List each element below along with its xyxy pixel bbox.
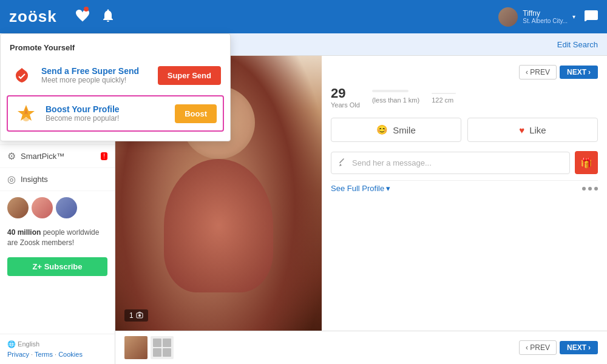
next-button-top[interactable]: NEXT ›: [560, 66, 598, 79]
smile-emoji-icon: 😊: [376, 124, 388, 135]
dot-3: [594, 187, 598, 190]
profile-info-section: ‹ PREV NEXT › 29 Years Old: [322, 56, 607, 331]
top-navigation: zoösk Tiffny St. Alberto City... ▾: [0, 0, 607, 33]
profile-name-blurred: [372, 90, 409, 92]
see-full-label: See Full Profile: [331, 184, 384, 193]
height-stat: 122 cm: [432, 86, 456, 109]
member-avatar-2: [32, 197, 53, 218]
language-selector[interactable]: 🌐 English: [7, 340, 107, 348]
gift-icon: 🎁: [580, 157, 592, 169]
boost-title[interactable]: Boost Your Profile: [46, 104, 168, 114]
smile-button[interactable]: 😊 Smile: [331, 118, 461, 142]
boost-item: Boost Your Profile Become more popular! …: [7, 95, 224, 132]
dot-2: [588, 187, 592, 190]
bell-nav-icon[interactable]: [102, 8, 114, 25]
user-dropdown-arrow: ▾: [572, 13, 575, 20]
prev-bottom-arrow-icon: ‹: [526, 343, 528, 352]
dot-1: [582, 187, 586, 190]
boost-text: Boost Your Profile Become more popular!: [46, 104, 168, 123]
dropdown-title: Promote Yourself: [1, 40, 230, 58]
terms-link[interactable]: Terms: [35, 351, 53, 358]
next-bottom-label: NEXT: [567, 343, 586, 352]
profile-stats: 29 Years Old (less than 1 km) 122 cm: [331, 86, 598, 109]
sidebar-item-insights[interactable]: ◎ Insights: [0, 168, 115, 191]
grid-dot-1: [153, 339, 161, 347]
smartpick-badge: !: [101, 152, 107, 160]
gift-button[interactable]: 🎁: [575, 151, 598, 174]
super-send-text: Send a Free Super Send Meet more people …: [41, 66, 151, 84]
next-button-bottom[interactable]: NEXT ›: [560, 341, 598, 354]
age-stat: 29 Years Old: [331, 86, 360, 109]
message-input[interactable]: Send her a message...: [331, 152, 570, 174]
thumbnail-1[interactable]: [124, 336, 148, 359]
boost-button[interactable]: Boost: [175, 104, 217, 123]
prev-label-top: PREV: [530, 68, 550, 76]
user-location: St. Alberto City...: [523, 18, 568, 24]
name-stat: (less than 1 km): [372, 86, 419, 109]
super-send-item: Send a Free Super Send Meet more people …: [1, 58, 230, 92]
prev-button-top[interactable]: ‹ PREV: [519, 65, 557, 79]
see-full-profile-link[interactable]: See Full Profile ▾: [331, 184, 390, 193]
member-avatar-3: [56, 197, 77, 218]
boost-icon: [14, 101, 38, 126]
user-name: Tiffny: [523, 9, 568, 18]
boost-desc: Become more popular!: [46, 114, 168, 123]
subscribe-button[interactable]: Z+ Subscribe: [7, 257, 107, 276]
member-avatar-1: [7, 197, 29, 218]
insights-label: Insights: [21, 175, 48, 184]
like-heart-icon: ♥: [519, 125, 524, 135]
action-buttons: 😊 Smile ♥ Like: [331, 118, 598, 142]
profile-bottom: See Full Profile ▾: [331, 180, 598, 193]
nav-icons: [75, 8, 499, 25]
messages-nav-icon[interactable]: [585, 9, 598, 24]
svg-point-0: [23, 118, 29, 121]
more-options-menu[interactable]: [582, 187, 598, 190]
super-send-icon: [10, 63, 34, 87]
smartpick-icon: ⚙: [7, 150, 16, 162]
super-send-button[interactable]: Super Send: [158, 66, 221, 85]
bottom-thumbnails-bar: ‹ PREV NEXT ›: [115, 331, 607, 364]
sidebar-item-smartpick[interactable]: ⚙ SmartPick™ !: [0, 145, 115, 168]
sidebar-promo: 40 million people worldwide are Zoosk me…: [0, 224, 115, 254]
promote-dropdown: Promote Yourself Send a Free Super Send …: [0, 33, 231, 141]
height-value: 122 cm: [432, 96, 456, 104]
message-area: Send her a message... 🎁: [331, 151, 598, 174]
svg-rect-5: [339, 158, 344, 163]
like-label: Like: [529, 125, 546, 135]
sidebar-footer: 🌐 English Privacy · Terms · Cookies: [0, 334, 115, 364]
profile-nav-bar: ‹ PREV NEXT ›: [331, 65, 598, 79]
user-details: Tiffny St. Alberto City...: [523, 9, 568, 24]
nav-right: Tiffny St. Alberto City... ▾: [498, 7, 598, 27]
photo-count: 1: [124, 309, 148, 322]
svg-point-4: [138, 314, 141, 317]
see-full-arrow-icon: ▾: [386, 184, 390, 193]
privacy-link[interactable]: Privacy: [7, 351, 29, 358]
smile-label: Smile: [393, 125, 416, 135]
photo-count-num: 1: [129, 311, 134, 320]
prev-arrow-icon: ‹: [526, 68, 528, 76]
grid-dot-2: [163, 339, 171, 347]
smartpick-label: SmartPick™: [21, 152, 64, 161]
user-info[interactable]: Tiffny St. Alberto City... ▾: [498, 7, 575, 27]
hearts-nav-icon[interactable]: [75, 8, 90, 25]
cookies-link[interactable]: Cookies: [58, 351, 83, 358]
prev-bottom-label: PREV: [530, 343, 550, 352]
grid-dot-3: [153, 348, 161, 357]
user-avatar: [498, 7, 518, 27]
bottom-nav-bar: ‹ PREV NEXT ›: [519, 340, 598, 355]
language-label: English: [18, 340, 39, 348]
age-value: 29: [331, 86, 360, 101]
super-send-desc: Meet more people quickly!: [41, 76, 151, 84]
edit-search-link[interactable]: Edit Search: [557, 40, 598, 49]
distance-value: (less than 1 km): [372, 96, 419, 104]
next-label-top: NEXT: [567, 68, 586, 76]
prev-button-bottom[interactable]: ‹ PREV: [519, 340, 557, 355]
app-logo: zoösk: [9, 7, 57, 26]
profile-extra-blurred: [432, 93, 456, 94]
super-send-title[interactable]: Send a Free Super Send: [41, 66, 151, 76]
grid-dot-4: [163, 348, 171, 357]
message-placeholder: Send her a message...: [352, 158, 432, 167]
next-arrow-icon: ›: [588, 68, 591, 76]
thumbnail-grid-view[interactable]: [151, 336, 174, 359]
like-button[interactable]: ♥ Like: [467, 118, 598, 142]
